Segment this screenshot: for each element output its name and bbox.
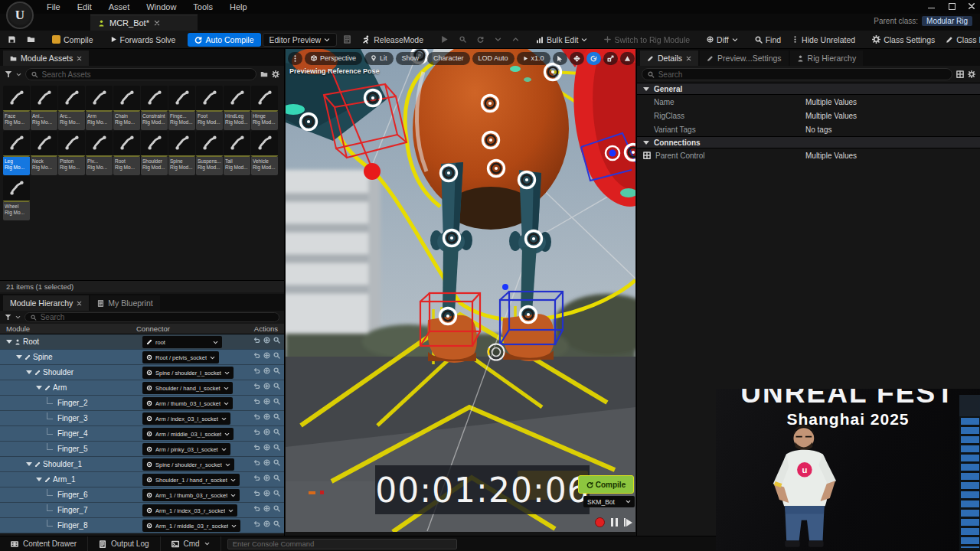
filter-chevron-icon[interactable] [16, 72, 21, 77]
find-icon[interactable] [273, 352, 280, 359]
stream-compile-button[interactable]: Compile [578, 475, 634, 494]
add-icon[interactable] [263, 444, 270, 451]
find-icon[interactable] [273, 398, 280, 405]
asset-tile[interactable]: HindLegRig Mod... [224, 86, 250, 130]
asset-tile[interactable]: NeckRig Mo... [31, 131, 57, 175]
hierarchy-row-finger-3[interactable]: Finger_3 Arm / index_03_l_socket [0, 411, 284, 426]
asset-tile[interactable]: ArmRig Mo... [86, 86, 113, 130]
detail-value[interactable]: No tags [805, 126, 831, 134]
asset-tile[interactable]: ChainRig Mo... [113, 86, 140, 130]
reset-icon[interactable] [253, 520, 260, 527]
find-icon[interactable] [273, 474, 280, 481]
mesh-dropdown[interactable]: SKM_Bot [583, 496, 635, 507]
add-icon[interactable] [263, 474, 270, 481]
add-icon[interactable] [263, 505, 270, 512]
hierarchy-row-finger-4[interactable]: Finger_4 Arm / middle_03_l_socket [0, 426, 284, 442]
asset-search-box[interactable] [25, 68, 256, 80]
play-debug-icon[interactable] [436, 33, 453, 46]
asset-tile-selected[interactable]: LegRig Mo... [3, 131, 30, 175]
playback-speed-button[interactable]: x1.0 [517, 52, 550, 65]
view-options-folder-icon[interactable] [260, 70, 268, 78]
connector-dropdown[interactable]: Spine / shoulder_l_socket [142, 367, 234, 379]
add-icon[interactable] [263, 459, 270, 466]
expand-caret[interactable] [36, 478, 42, 481]
settings-gear-icon[interactable] [272, 70, 279, 78]
add-icon[interactable] [263, 429, 270, 435]
tab-my-blueprint[interactable]: My Blueprint [90, 295, 159, 311]
connector-dropdown[interactable]: Arm / pinky_03_l_socket [142, 443, 230, 455]
menu-window[interactable]: Window [138, 1, 185, 13]
find-icon[interactable] [273, 490, 280, 497]
menu-asset[interactable]: Asset [100, 1, 139, 13]
console-input-box[interactable] [227, 539, 457, 549]
find-icon[interactable] [273, 337, 280, 344]
hierarchy-row-shoulder-1[interactable]: Shoulder_1 Spine / shoulder_r_socket [0, 457, 284, 472]
section-general[interactable]: General [637, 83, 980, 95]
tab-module-hierarchy[interactable]: Module Hierarchy [3, 295, 89, 311]
find-icon[interactable] [273, 459, 280, 466]
record-button[interactable] [595, 517, 605, 527]
hierarchy-row-arm[interactable]: Arm Shoulder / hand_l_socket [0, 380, 284, 396]
close-tab-icon[interactable] [154, 20, 160, 26]
add-icon[interactable] [263, 413, 270, 420]
locate-node-icon[interactable] [455, 34, 471, 45]
asset-tile[interactable]: FaceRig Mo... [3, 86, 30, 130]
connector-dropdown[interactable]: Root / pelvis_socket [142, 351, 219, 364]
menu-help[interactable]: Help [221, 1, 256, 13]
close-icon[interactable] [77, 301, 82, 306]
scale-tool-icon[interactable] [603, 52, 618, 65]
tab-details[interactable]: Details [640, 51, 698, 66]
select-tool-icon[interactable] [553, 52, 567, 65]
lit-dropdown[interactable]: Lit [364, 52, 394, 65]
reset-icon[interactable] [253, 474, 260, 481]
red-control-sphere[interactable] [364, 163, 381, 180]
tab-rig-hierarchy[interactable]: Rig Hierarchy [790, 51, 864, 66]
menu-tools[interactable]: Tools [185, 1, 221, 13]
find-icon[interactable] [273, 505, 280, 512]
reset-icon[interactable] [253, 352, 260, 359]
hierarchy-row-root[interactable]: Root root [0, 334, 284, 350]
add-icon[interactable] [263, 520, 270, 527]
asset-tile[interactable]: Suspens...Rig Mod... [196, 131, 223, 175]
reset-icon[interactable] [253, 429, 260, 435]
paste-icon[interactable] [338, 33, 356, 46]
reset-icon[interactable] [253, 367, 260, 374]
save-button[interactable] [3, 33, 21, 46]
cmd-dropdown[interactable]: Cmd [161, 536, 221, 551]
expand-caret[interactable] [26, 462, 32, 466]
reset-icon[interactable] [253, 383, 260, 390]
add-icon[interactable] [263, 367, 270, 374]
details-search-box[interactable] [642, 68, 952, 80]
class-settings-button[interactable]: Class Settings [867, 33, 939, 47]
close-window-button[interactable] [968, 2, 975, 10]
asset-tile[interactable]: ConstraintRig Mod... [141, 86, 168, 130]
connector-dropdown[interactable]: Shoulder / hand_l_socket [142, 382, 233, 394]
class-defaults-button[interactable]: Class Defaults [941, 33, 980, 47]
add-icon[interactable] [263, 352, 270, 359]
selection-gizmo[interactable] [488, 344, 505, 360]
display-options-icon[interactable] [956, 70, 964, 78]
filter-chevron-icon[interactable] [15, 315, 21, 320]
asset-tile[interactable]: RootRig Mo... [113, 131, 140, 175]
console-input[interactable] [233, 540, 452, 548]
add-icon[interactable] [263, 383, 270, 390]
release-mode-button[interactable]: ReleaseMode [358, 33, 428, 47]
connector-dropdown[interactable]: Arm_1 / middle_03_r_socket [142, 520, 240, 532]
diff-dropdown[interactable]: Diff [702, 33, 743, 47]
find-button[interactable]: Find [750, 33, 786, 47]
expand-caret[interactable] [36, 386, 42, 390]
collapse-caret[interactable] [643, 87, 649, 91]
minimize-button[interactable] [928, 2, 936, 10]
pause-button[interactable] [611, 518, 618, 527]
switch-to-rig-module-button[interactable]: Switch to Rig Module [599, 33, 694, 47]
reset-icon[interactable] [253, 459, 260, 466]
hierarchy-row-shoulder[interactable]: Shoulder Spine / shoulder_l_socket [0, 365, 284, 380]
editor-preview-dropdown[interactable]: Editor Preview [263, 33, 338, 47]
find-icon[interactable] [273, 413, 280, 420]
menu-file[interactable]: File [38, 1, 69, 13]
hierarchy-search-input[interactable] [41, 313, 273, 321]
connector-dropdown[interactable]: Arm / middle_03_l_socket [142, 428, 234, 440]
hierarchy-row-spine[interactable]: Spine Root / pelvis_socket [0, 350, 284, 365]
connector-dropdown[interactable]: Shoulder_1 / hand_r_socket [142, 474, 240, 486]
output-log-button[interactable]: Output Log [88, 536, 160, 551]
